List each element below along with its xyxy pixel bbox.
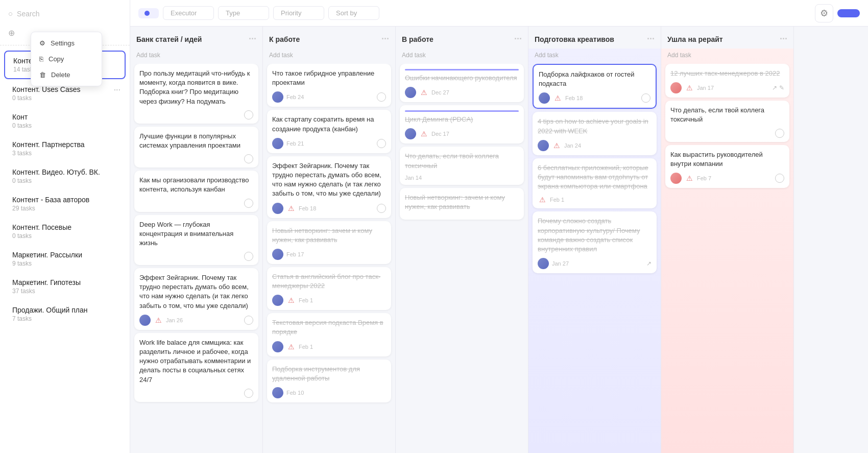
card-check[interactable]	[377, 92, 386, 102]
context-menu-settings[interactable]: ⚙ Settings	[31, 35, 102, 51]
card-check[interactable]	[377, 204, 386, 213]
card-d7[interactable]: Подборка инструментов для удаленной рабо…	[267, 360, 391, 402]
context-menu-copy[interactable]: ⎘ Copy	[31, 51, 102, 67]
card-e1[interactable]: Ошибки начинающего руководителя ⚠ Dec 27	[400, 64, 524, 102]
card-check[interactable]	[775, 174, 784, 183]
card-meta-e1: ⚠ Dec 27	[405, 87, 449, 98]
sidebar-item-marketing-rassylki[interactable]: Маркетинг. Рассылки 9 tasks	[4, 246, 126, 272]
column-title-bank: Банк статей / идей	[136, 35, 202, 43]
card-g1[interactable]: 12 лучших таск-менеджеров в 2022 ⚠ Jan 1…	[665, 64, 789, 98]
card-g2[interactable]: Что делать, если твой коллега токсичный	[665, 101, 789, 141]
sidebar-item-prodazhi-plan[interactable]: Продажи. Общий план 7 tasks	[4, 301, 126, 327]
column-more-icon-v-rabote[interactable]: ···	[514, 34, 522, 44]
card-actions-f1	[641, 93, 650, 103]
add-task-podgotovka[interactable]: Add task	[528, 49, 661, 64]
card-check[interactable]	[244, 110, 253, 120]
card-d2[interactable]: Как стартапу сократить время на создание…	[267, 110, 391, 153]
card-title-d1: Что такое гибридное управление проектами	[272, 69, 386, 87]
avatar	[272, 203, 283, 214]
avatar	[272, 138, 283, 149]
add-task-bank[interactable]: Add task	[130, 49, 262, 64]
card-d4[interactable]: Новый нетворкинг: зачем и кому нужен, ка…	[267, 221, 391, 264]
card-e3[interactable]: Что делать, если твой коллега токсичный …	[400, 147, 524, 184]
card-c5[interactable]: Эффект Зейгарник. Почему так трудно пере…	[134, 268, 258, 330]
card-check[interactable]	[244, 316, 253, 325]
column-more-icon-ushla-rerayt[interactable]: ···	[780, 34, 787, 44]
card-footer-e2: ⚠ Dec 17	[405, 128, 519, 139]
column-cards-ushla-rerayt: 12 лучших таск-менеджеров в 2022 ⚠ Jan 1…	[661, 64, 793, 453]
column-more-icon-podgotovka[interactable]: ···	[647, 34, 655, 44]
main-area: Executor Type Priority Sort by ⚙ Банк ст…	[130, 0, 868, 453]
filter-type[interactable]: Type	[218, 6, 269, 20]
avatar	[272, 387, 283, 398]
column-more-icon-k-rabote[interactable]: ···	[381, 34, 389, 44]
settings-button[interactable]: ⚙	[815, 4, 833, 22]
card-f3[interactable]: 6 бесплатных приложений, которые будут н…	[533, 158, 657, 209]
settings-icon: ⚙	[39, 39, 45, 47]
sidebar-item-content-video[interactable]: Контент. Видео. Ютуб. ВК. 0 tasks	[4, 163, 126, 189]
sidebar-item-kont[interactable]: Конт 0 tasks	[4, 108, 126, 134]
column-more-icon-bank[interactable]: ···	[249, 34, 256, 44]
card-date: Feb 24	[286, 94, 304, 100]
share-button[interactable]	[837, 9, 860, 17]
card-date: Jan 24	[564, 142, 581, 149]
card-e2[interactable]: Цикл Деминга (PDCA) ⚠ Dec 17	[400, 105, 524, 144]
card-check[interactable]	[775, 129, 784, 138]
sidebar-item-content-posevye[interactable]: Контент. Посевые 0 tasks	[4, 218, 126, 245]
share-icon[interactable]: ↗	[646, 260, 652, 267]
card-c3[interactable]: Как мы организовали производство контент…	[134, 171, 258, 211]
card-d5[interactable]: Статья в английский блог про таск-менедж…	[267, 267, 391, 310]
card-top-bar	[405, 69, 519, 70]
filter-sort-by[interactable]: Sort by	[328, 6, 379, 20]
card-check[interactable]	[377, 139, 386, 148]
filter-priority[interactable]: Priority	[273, 6, 324, 20]
add-task-k-rabote[interactable]: Add task	[263, 49, 395, 64]
context-menu-delete[interactable]: 🗑 Delete	[31, 67, 102, 83]
card-title-e2: Цикл Деминга (PDCA)	[405, 115, 519, 124]
card-check[interactable]	[244, 199, 253, 208]
card-c1[interactable]: Про пользу медитаций что-нибудь к момент…	[134, 64, 258, 124]
card-footer-g1: ⚠ Jan 17 ↗✎	[670, 82, 784, 93]
card-check[interactable]	[641, 93, 650, 103]
sidebar-item-name: Конт	[12, 113, 117, 121]
card-d6[interactable]: Текстовая версия подкаста Время в порядк…	[267, 313, 391, 356]
card-actions-c2	[244, 154, 253, 163]
card-check[interactable]	[244, 389, 253, 398]
card-f1[interactable]: Подборка лайфхаков от гостей подкаста ⚠ …	[533, 64, 657, 109]
card-d3[interactable]: Эффект Зейгарник. Почему так трудно пере…	[267, 156, 391, 218]
card-check[interactable]	[244, 154, 253, 163]
card-f2[interactable]: 4 tips on how to achieve your goals in 2…	[533, 112, 657, 155]
card-title-f1: Подборка лайфхаков от гостей подкаста	[539, 70, 650, 88]
card-title-d6: Текстовая версия подкаста Время в порядк…	[272, 318, 386, 337]
card-check[interactable]	[244, 252, 253, 261]
card-footer-d1: Feb 24	[272, 91, 386, 103]
sidebar-item-marketing-gipotezy[interactable]: Маркетинг. Гипотезы 37 tasks	[4, 273, 126, 300]
card-footer-g2	[670, 129, 784, 138]
card-c4[interactable]: Deep Work — глубокая концентрация и вним…	[134, 215, 258, 266]
board-tag[interactable]	[138, 8, 159, 18]
card-title-g3: Как вырастить руководителей внутри компа…	[670, 150, 784, 169]
card-c6[interactable]: Work life balace для сммщика: как раздел…	[134, 333, 258, 402]
card-actions-d3	[377, 204, 386, 213]
sidebar-item-content-partnerstva[interactable]: Контент. Партнерства 3 tasks	[4, 135, 126, 162]
sidebar-item-tasks: 9 tasks	[12, 260, 117, 267]
card-g3[interactable]: Как вырастить руководителей внутри компа…	[665, 145, 789, 188]
card-c2[interactable]: Лучшие функции в популярных системах упр…	[134, 127, 258, 168]
edit-icon[interactable]: ✎	[779, 84, 784, 91]
sidebar-item-content-baza[interactable]: Контент - База авторов 29 tasks	[4, 190, 126, 217]
card-f4[interactable]: Почему сложно создать корпоративную куль…	[533, 211, 657, 273]
card-meta-d4: Feb 17	[272, 249, 304, 260]
column-header-v-rabote: В работе ···	[396, 27, 528, 49]
filter-executor[interactable]: Executor	[163, 6, 214, 20]
sidebar-item-name: Контент. Uses Cases	[12, 85, 117, 93]
share-icon[interactable]: ↗	[772, 84, 777, 91]
card-footer-f3: ⚠ Feb 1	[538, 195, 652, 204]
sidebar-item-tasks: 7 tasks	[12, 315, 117, 322]
avatar	[272, 249, 283, 260]
kanban-column-bank: Банк статей / идей ··· Add task Про поль…	[130, 27, 263, 453]
add-task-ushla-rerayt[interactable]: Add task	[661, 49, 793, 64]
sidebar-item-more-icon[interactable]: ···	[114, 85, 120, 94]
add-task-v-rabote[interactable]: Add task	[396, 49, 528, 64]
card-d1[interactable]: Что такое гибридное управление проектами…	[267, 64, 391, 107]
card-e4[interactable]: Новый нетворкинг: зачем и кому нужен, ка…	[400, 188, 524, 220]
